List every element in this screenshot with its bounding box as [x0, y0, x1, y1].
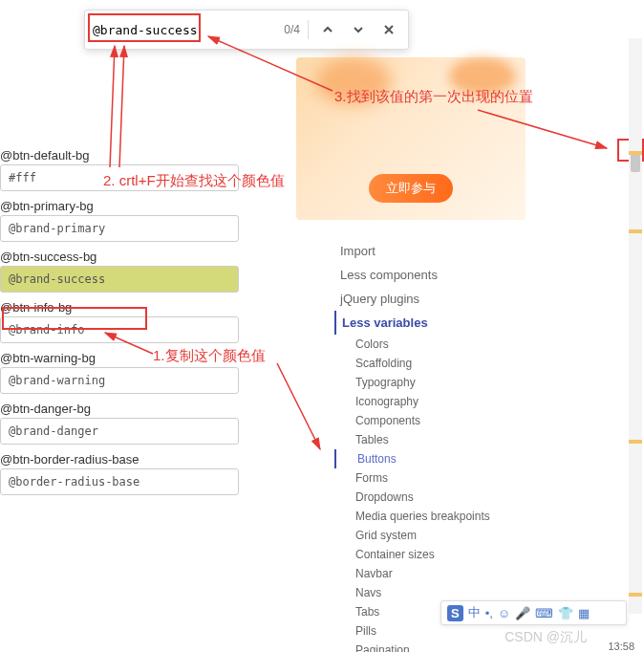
find-marker — [629, 440, 642, 444]
field-btn-info-bg: @btn-info-bg — [0, 300, 248, 343]
field-btn-default-bg: @btn-default-bg — [0, 148, 248, 191]
nav-sub-colors[interactable]: Colors — [352, 335, 526, 354]
field-input[interactable] — [0, 367, 239, 394]
nav-sub-tables[interactable]: Tables — [352, 430, 526, 449]
find-count: 0/4 — [284, 23, 300, 36]
ime-keyboard-icon[interactable]: ⌨ — [535, 606, 553, 620]
nav-less-components[interactable]: Less components — [334, 263, 526, 287]
nav-sub-grid-system[interactable]: Grid system — [352, 526, 526, 545]
clock: 13:58 — [608, 641, 634, 652]
find-marker — [629, 229, 642, 233]
find-marker — [629, 593, 642, 597]
field-label: @btn-success-bg — [0, 250, 248, 264]
field-input[interactable] — [0, 316, 239, 343]
ime-lang-icon[interactable]: 中 — [468, 604, 481, 621]
ime-skin-icon[interactable]: 👕 — [558, 606, 573, 620]
field-label: @btn-info-bg — [0, 300, 248, 315]
nav-sub-iconography[interactable]: Iconography — [352, 392, 526, 411]
field-label: @btn-primary-bg — [0, 199, 248, 213]
field-btn-success-bg: @btn-success-bg — [0, 250, 248, 293]
svg-line-5 — [277, 363, 320, 449]
nav-sub-dropdowns[interactable]: Dropdowns — [352, 488, 526, 507]
field-input[interactable] — [0, 215, 239, 242]
field-label: @btn-border-radius-base — [0, 452, 248, 467]
field-btn-border-radius-base: @btn-border-radius-base — [0, 452, 248, 495]
field-btn-danger-bg: @btn-danger-bg — [0, 402, 248, 445]
nav-sub-scaffolding[interactable]: Scaffolding — [352, 354, 526, 373]
watermark: CSDN @沉儿 — [504, 629, 587, 646]
nav-sub-media-queries[interactable]: Media queries breakpoints — [352, 507, 526, 526]
field-label: @btn-danger-bg — [0, 402, 248, 416]
banner-cta-button[interactable]: 立即参与 — [369, 174, 453, 203]
find-bar[interactable]: 0/4 — [84, 10, 409, 50]
field-btn-primary-bg: @btn-primary-bg — [0, 199, 248, 242]
find-next-icon[interactable] — [347, 18, 370, 41]
doc-nav: Import Less components jQuery plugins Le… — [334, 239, 526, 652]
find-input[interactable] — [93, 23, 276, 37]
field-input[interactable] — [0, 266, 239, 293]
promo-banner: 立即参与 — [296, 57, 526, 220]
nav-sub-typography[interactable]: Typography — [352, 373, 526, 392]
sogou-logo-icon: S — [447, 605, 463, 621]
ime-emoji-icon[interactable]: ☺ — [498, 606, 510, 620]
nav-sub-navbar[interactable]: Navbar — [352, 564, 526, 583]
field-label: @btn-warning-bg — [0, 351, 248, 365]
find-prev-icon[interactable] — [316, 18, 339, 41]
scroll-thumb[interactable] — [631, 153, 640, 172]
field-input[interactable] — [0, 418, 239, 445]
find-marker — [629, 151, 642, 155]
nav-import[interactable]: Import — [334, 239, 526, 263]
nav-sub-container-sizes[interactable]: Container sizes — [352, 545, 526, 564]
field-input[interactable] — [0, 164, 239, 191]
ime-punct-icon[interactable]: •, — [485, 606, 493, 620]
field-label: @btn-default-bg — [0, 148, 248, 163]
nav-sub-pagination[interactable]: Pagination — [352, 641, 526, 652]
scrollbar[interactable] — [629, 38, 642, 614]
ime-toolbar[interactable]: S 中 •, ☺ 🎤 ⌨ 👕 ▦ — [440, 600, 627, 625]
divider — [308, 20, 309, 39]
nav-sub-components[interactable]: Components — [352, 411, 526, 430]
nav-sub-forms[interactable]: Forms — [352, 468, 526, 488]
nav-jquery-plugins[interactable]: jQuery plugins — [334, 287, 526, 311]
nav-sub-navs[interactable]: Navs — [352, 583, 526, 602]
nav-sub-buttons[interactable]: Buttons — [334, 449, 526, 468]
field-btn-warning-bg: @btn-warning-bg — [0, 351, 248, 394]
ime-menu-icon[interactable]: ▦ — [578, 606, 590, 620]
nav-less-variables[interactable]: Less variables — [334, 311, 526, 335]
field-input[interactable] — [0, 468, 239, 495]
variables-form: @btn-default-bg @btn-primary-bg @btn-suc… — [0, 148, 248, 503]
ime-mic-icon[interactable]: 🎤 — [515, 606, 530, 620]
find-close-icon[interactable] — [377, 18, 400, 41]
